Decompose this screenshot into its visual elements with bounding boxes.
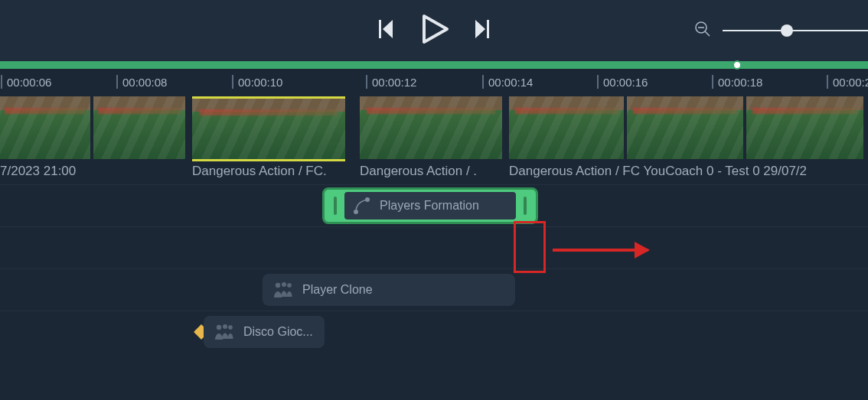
ruler-time-label: 00:00:10 <box>238 76 282 89</box>
ruler-tick: 00:00:18 <box>712 75 762 89</box>
toolbar <box>0 0 868 61</box>
ruler-time-label: 00:00:08 <box>122 76 167 89</box>
clip-label: Dangerous Action / FC. <box>192 164 357 179</box>
clip-thumbnail <box>192 96 345 161</box>
clip-thumbnail <box>509 96 624 159</box>
clip-thumbnail <box>627 96 743 159</box>
ruler-time-label: 00:00:20 <box>833 76 868 89</box>
svg-point-9 <box>223 324 227 329</box>
ruler-tick: 00:00:08 <box>116 75 167 89</box>
people-icon <box>213 322 236 342</box>
ruler-tick: 00:00:16 <box>597 75 648 89</box>
clip-thumbnail <box>360 96 502 159</box>
clip-label: 7/2023 21:00 <box>0 164 188 179</box>
track-clip-label: Disco Gioc... <box>243 325 313 339</box>
path-icon <box>352 196 372 216</box>
ruler-tick: 00:00:14 <box>482 75 533 89</box>
ruler-time-label: 00:00:06 <box>7 76 51 89</box>
play-button[interactable] <box>418 13 450 48</box>
video-clip[interactable]: Dangerous Action / . <box>360 96 505 179</box>
zoom-out-button[interactable] <box>694 21 711 41</box>
ruler-tick: 00:00:20 <box>827 75 868 89</box>
track-clip[interactable]: Player Clone <box>263 274 515 306</box>
people-icon <box>272 280 295 300</box>
timeline-track[interactable] <box>0 226 868 268</box>
svg-point-7 <box>287 283 292 288</box>
playback-controls <box>377 13 491 48</box>
ruler-tick: 00:00:06 <box>1 75 51 89</box>
previous-button[interactable] <box>377 18 395 43</box>
clip-label: Dangerous Action / . <box>360 164 505 179</box>
ruler-tick: 00:00:10 <box>232 75 282 89</box>
tracks-area: Players FormationPlayer CloneDisco Gioc.… <box>0 184 868 353</box>
zoom-slider[interactable] <box>723 30 868 31</box>
svg-point-5 <box>276 283 280 288</box>
progress-bar[interactable] <box>0 61 868 69</box>
clip-thumbnail <box>93 96 185 159</box>
ruler-time-label: 00:00:18 <box>718 76 762 89</box>
clip-label: Dangerous Action / FC YouCoach 0 - Test … <box>509 164 868 179</box>
clip-right-handle[interactable] <box>524 197 527 215</box>
svg-line-1 <box>705 31 710 36</box>
timeline-track[interactable]: Player Clone <box>0 268 868 311</box>
ruler-time-label: 00:00:12 <box>372 76 416 89</box>
svg-point-10 <box>228 325 233 330</box>
timeline-track[interactable]: Players Formation <box>0 184 868 226</box>
track-clip-label: Players Formation <box>380 199 479 213</box>
video-clip[interactable]: 7/2023 21:00 <box>0 96 188 179</box>
skip-forward-icon <box>473 18 491 40</box>
video-clip[interactable]: Dangerous Action / FC YouCoach 0 - Test … <box>509 96 868 179</box>
track-clip[interactable]: Players Formation <box>322 187 538 224</box>
play-icon <box>418 13 450 45</box>
next-button[interactable] <box>473 18 491 43</box>
timeline-track[interactable]: Disco Gioc... <box>0 311 868 353</box>
track-clip-label: Player Clone <box>302 283 373 297</box>
clip-row: 7/2023 21:00Dangerous Action / FC.Danger… <box>0 96 868 184</box>
ruler-time-label: 00:00:16 <box>603 76 648 89</box>
zoom-controls <box>694 0 868 61</box>
clip-inner: Players Formation <box>344 192 516 220</box>
ruler-time-label: 00:00:14 <box>488 76 533 89</box>
svg-point-6 <box>282 282 286 287</box>
zoom-out-icon <box>694 21 711 37</box>
skip-back-icon <box>377 18 395 40</box>
track-clip[interactable]: Disco Gioc... <box>204 316 325 348</box>
clip-thumbnail <box>0 96 90 159</box>
clip-thumbnail <box>746 96 863 159</box>
video-clip[interactable]: Dangerous Action / FC. <box>192 96 357 179</box>
ruler-tick: 00:00:12 <box>366 75 416 89</box>
svg-point-8 <box>217 325 221 330</box>
annotation-arrow-icon <box>553 249 648 252</box>
time-ruler[interactable]: 00:00:0600:00:0800:00:1000:00:1200:00:14… <box>0 69 868 96</box>
clip-left-handle[interactable] <box>334 197 337 215</box>
